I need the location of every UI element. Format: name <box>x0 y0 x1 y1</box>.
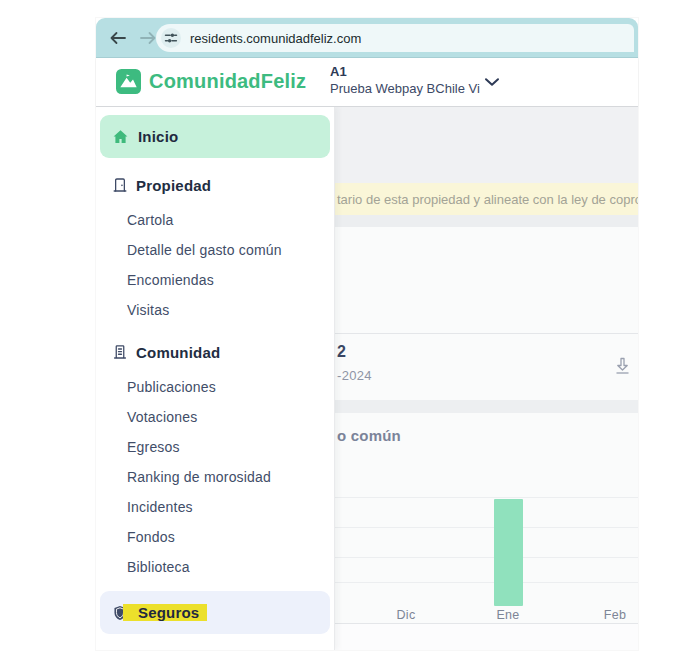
site-info-icon[interactable] <box>161 28 181 48</box>
browser-window: residents.comunidadfeliz.com ComunidadFe… <box>96 18 638 650</box>
gridline <box>335 527 638 528</box>
sidebar-item-propiedad[interactable]: Propiedad <box>96 170 334 200</box>
divider-strip <box>335 215 638 227</box>
community-selector[interactable]: A1 Prueba Webpay BChile Vi <box>330 65 480 95</box>
copropiedad-banner[interactable]: tario de esta propiedad y alineate con l… <box>335 183 638 215</box>
sidebar-item-label: Inicio <box>138 128 178 145</box>
sidebar-item-seguros[interactable]: Seguros <box>100 591 330 634</box>
sidebar-item-label: Seguros <box>138 604 199 621</box>
x-axis-label-dic: Dic <box>397 608 416 622</box>
back-arrow-icon <box>109 31 127 45</box>
sidebar-item-publicaciones[interactable]: Publicaciones <box>96 372 334 402</box>
browser-toolbar: residents.comunidadfeliz.com <box>96 18 638 58</box>
sidebar-item-encomiendas[interactable]: Encomiendas <box>96 265 334 295</box>
sidebar-menu: InicioPropiedadCartolaDetalle del gasto … <box>96 107 335 650</box>
app-logo[interactable]: ComunidadFeliz <box>116 69 306 94</box>
page: residents.comunidadfeliz.com ComunidadFe… <box>0 0 678 667</box>
bar-ene <box>494 499 523 606</box>
community-name: Prueba Webpay BChile Vi <box>330 82 480 95</box>
dashboard-card: 2 -2024 o común DicEneFeb <box>335 227 638 650</box>
x-axis-labels: DicEneFeb <box>335 608 638 623</box>
download-icon <box>615 357 630 378</box>
sidebar-item-label: Comunidad <box>136 344 220 361</box>
card-footer <box>335 624 638 650</box>
download-button[interactable] <box>615 357 630 382</box>
stat-period: -2024 <box>337 368 372 383</box>
sidebar-item-comunidad[interactable]: Comunidad <box>96 337 334 367</box>
chevron-down-icon[interactable] <box>484 74 500 92</box>
stat-value: 2 <box>337 343 346 361</box>
sidebar-item-visitas[interactable]: Visitas <box>96 295 334 325</box>
app-body: tario de esta propiedad y alineate con l… <box>96 107 638 650</box>
app-header: ComunidadFeliz A1 Prueba Webpay BChile V… <box>96 58 638 107</box>
sidebar-item-egresos[interactable]: Egresos <box>96 432 334 462</box>
bar-chart-plot <box>335 460 638 606</box>
community-code: A1 <box>330 65 480 78</box>
sidebar-item-label: Propiedad <box>136 177 211 194</box>
sidebar-item-inicio[interactable]: Inicio <box>100 115 330 158</box>
forward-arrow-icon <box>139 31 157 45</box>
brand-name: ComunidadFeliz <box>149 70 306 93</box>
sidebar-item-ranking-de-morosidad[interactable]: Ranking de morosidad <box>96 462 334 492</box>
forward-button[interactable] <box>138 29 158 47</box>
logo-icon <box>116 69 141 94</box>
divider <box>335 333 638 334</box>
sidebar-item-biblioteca[interactable]: Biblioteca <box>96 552 334 582</box>
gridline <box>335 497 638 498</box>
door-icon <box>111 176 129 195</box>
sidebar-item-votaciones[interactable]: Votaciones <box>96 402 334 432</box>
building-icon <box>111 343 129 362</box>
x-axis-label-feb: Feb <box>604 608 626 622</box>
section-divider-band <box>335 400 638 413</box>
url-text[interactable]: residents.comunidadfeliz.com <box>190 31 361 46</box>
back-button[interactable] <box>108 29 128 47</box>
banner-text: tario de esta propiedad y alineate con l… <box>335 192 638 207</box>
sidebar-item-incidentes[interactable]: Incidentes <box>96 492 334 522</box>
gridline <box>335 557 638 558</box>
home-icon <box>111 128 130 146</box>
gridline <box>335 582 638 583</box>
main-content: tario de esta propiedad y alineate con l… <box>335 107 638 650</box>
x-axis-label-ene: Ene <box>496 608 519 622</box>
sidebar-item-fondos[interactable]: Fondos <box>96 522 334 552</box>
sidebar-item-cartola[interactable]: Cartola <box>96 205 334 235</box>
chart-section-title: o común <box>337 427 401 444</box>
address-bar[interactable]: residents.comunidadfeliz.com <box>156 24 634 52</box>
sidebar-item-detalle-del-gasto-com-n[interactable]: Detalle del gasto común <box>96 235 334 265</box>
